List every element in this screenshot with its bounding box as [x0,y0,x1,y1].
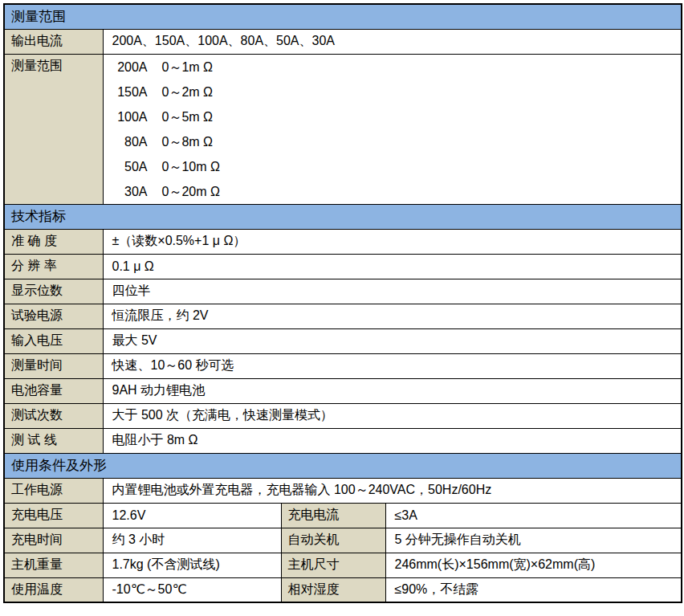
row-value-measure-range: 200A0～1m Ω 150A0～2m Ω 100A0～5m Ω 80A0～8m… [103,54,682,204]
table-row: 充电电压 12.6V 充电电流 ≤3A [4,503,682,528]
row-value-charge-current: ≤3A [385,503,682,528]
table-row: 测量范围 200A0～1m Ω 150A0～2m Ω 100A0～5m Ω 80… [4,54,682,204]
row-value-working-power: 内置锂电池或外置充电器，充电器输入 100～240VAC，50Hz/60Hz [103,478,682,503]
row-value-battery-capacity: 9AH 动力锂电池 [103,378,682,403]
row-value-charge-voltage: 12.6V [103,503,281,528]
range-line: 50A0～10m Ω [104,154,682,179]
range-current: 200A [112,55,148,80]
row-label-test-power: 试验电源 [4,304,103,328]
row-label-output-current: 输出电流 [4,29,103,54]
row-value-auto-shutdown: 5 分钟无操作自动关机 [385,528,682,553]
row-label-test-leads: 测 试 线 [4,428,103,453]
section-title: 使用条件及外形 [4,453,682,478]
table-row: 主机重量 1.7kg (不含测试线) 主机尺寸 246mm(长)×156mm(宽… [4,553,682,577]
table-row: 试验电源 恒流限压，约 2V [4,304,682,328]
table-row: 充电时间 约 3 小时 自动关机 5 分钟无操作自动关机 [4,528,682,553]
table-row: 工作电源 内置锂电池或外置充电器，充电器输入 100～240VAC，50Hz/6… [4,478,682,503]
spec-table: 测量范围 输出电流 200A、150A、100A、80A、50A、30A 测量范… [3,3,682,603]
row-value-accuracy: ±（读数×0.5%+1 μ Ω） [103,229,682,254]
table-row: 测量时间 快速、10～60 秒可选 [4,353,682,378]
row-label-host-size: 主机尺寸 [281,553,385,577]
range-line: 80A0～8m Ω [104,129,682,154]
row-label-relative-humidity: 相对湿度 [281,577,385,602]
row-label-host-weight: 主机重量 [4,553,103,577]
range-current: 30A [112,179,148,204]
row-value-output-current: 200A、150A、100A、80A、50A、30A [103,29,682,54]
range-line: 100A0～5m Ω [104,104,682,129]
section-header-measure-range: 测量范围 [4,4,682,29]
row-label-test-count: 测试次数 [4,403,103,428]
range-current: 150A [112,80,148,104]
row-value-measure-time: 快速、10～60 秒可选 [103,353,682,378]
range-value: 0～10m Ω [162,160,220,173]
row-label-charge-voltage: 充电电压 [4,503,103,528]
row-value-input-voltage: 最大 5V [103,328,682,353]
range-value: 0～2m Ω [162,85,214,99]
range-value: 0～1m Ω [162,60,214,74]
row-label-charge-time: 充电时间 [4,528,103,553]
row-label-accuracy: 准 确 度 [4,229,103,254]
row-label-charge-current: 充电电流 [281,503,385,528]
row-label-operating-temp: 使用温度 [4,577,103,602]
table-row: 显示位数 四位半 [4,279,682,304]
table-row: 输出电流 200A、150A、100A、80A、50A、30A [4,29,682,54]
row-label-auto-shutdown: 自动关机 [281,528,385,553]
table-row: 电池容量 9AH 动力锂电池 [4,378,682,403]
range-line: 200A0～1m Ω [104,55,682,80]
row-label-working-power: 工作电源 [4,478,103,503]
table-row: 测试次数 大于 500 次（充满电，快速测量模式） [4,403,682,428]
range-current: 50A [112,154,148,179]
range-value: 0～8m Ω [162,135,214,149]
row-value-test-leads: 电阻小于 8m Ω [103,428,682,453]
row-label-measure-range: 测量范围 [4,54,103,204]
range-value: 0～5m Ω [162,110,214,124]
row-value-test-power: 恒流限压，约 2V [103,304,682,328]
section-title: 技术指标 [4,204,682,229]
table-row: 输入电压 最大 5V [4,328,682,353]
row-value-charge-time: 约 3 小时 [103,528,281,553]
range-line: 30A0～20m Ω [104,179,682,204]
page: 测量范围 输出电流 200A、150A、100A、80A、50A、30A 测量范… [0,0,684,606]
row-value-relative-humidity: ≤90%，不结露 [385,577,682,602]
section-header-tech-specs: 技术指标 [4,204,682,229]
row-value-operating-temp: -10℃～50℃ [103,577,281,602]
row-label-measure-time: 测量时间 [4,353,103,378]
row-value-host-size: 246mm(长)×156mm(宽)×62mm(高) [385,553,682,577]
row-label-resolution: 分 辨 率 [4,254,103,279]
range-line: 150A0～2m Ω [104,80,682,104]
table-row: 分 辨 率 0.1 μ Ω [4,254,682,279]
row-label-battery-capacity: 电池容量 [4,378,103,403]
section-header-usage-conditions: 使用条件及外形 [4,453,682,478]
row-value-host-weight: 1.7kg (不含测试线) [103,553,281,577]
section-title: 测量范围 [4,4,682,29]
table-row: 测 试 线 电阻小于 8m Ω [4,428,682,453]
table-row: 准 确 度 ±（读数×0.5%+1 μ Ω） [4,229,682,254]
row-value-display-digits: 四位半 [103,279,682,304]
range-current: 100A [112,104,148,129]
range-current: 80A [112,129,148,154]
row-label-input-voltage: 输入电压 [4,328,103,353]
row-value-resolution: 0.1 μ Ω [103,254,682,279]
range-value: 0～20m Ω [162,185,220,198]
row-value-test-count: 大于 500 次（充满电，快速测量模式） [103,403,682,428]
table-row: 使用温度 -10℃～50℃ 相对湿度 ≤90%，不结露 [4,577,682,602]
row-label-display-digits: 显示位数 [4,279,103,304]
